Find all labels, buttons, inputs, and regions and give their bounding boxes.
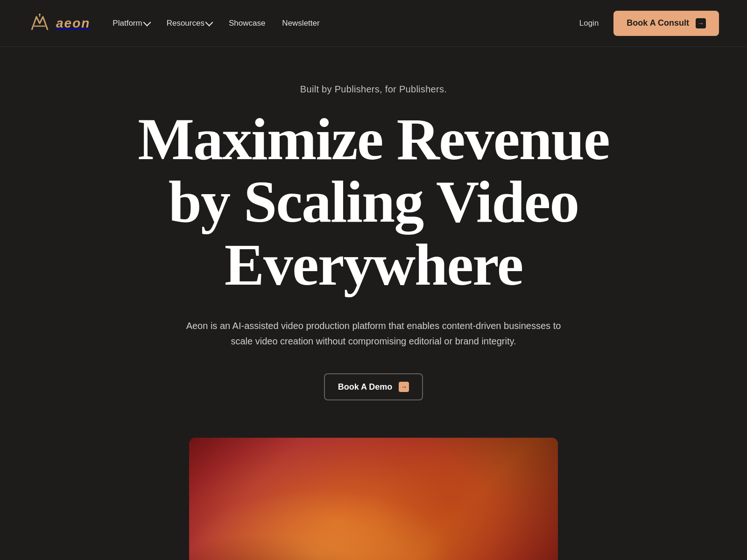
nav-platform-label: Platform (113, 19, 142, 28)
hero-title: Maximize Revenue by Scaling Video Everyw… (117, 108, 630, 296)
logo-link[interactable]: aeon (28, 13, 90, 34)
svg-point-0 (39, 14, 41, 15)
navbar: aeon Platform Resources Showcase Newslet… (0, 0, 747, 47)
nav-resources-label: Resources (167, 19, 204, 28)
logo-icon (28, 13, 51, 34)
nav-item-platform[interactable]: Platform (113, 19, 149, 28)
login-button[interactable]: Login (579, 19, 599, 28)
nav-left: aeon Platform Resources Showcase Newslet… (28, 13, 320, 34)
resources-chevron-icon (205, 19, 213, 27)
nav-showcase-label: Showcase (229, 19, 265, 28)
nav-item-showcase[interactable]: Showcase (229, 19, 265, 28)
book-demo-label: Book A Demo (338, 382, 393, 392)
nav-links: Platform Resources Showcase Newsletter (113, 19, 319, 28)
book-consult-arrow-icon (696, 18, 706, 28)
book-consult-label: Book A Consult (627, 18, 689, 28)
hero-section: Built by Publishers, for Publishers. Max… (0, 47, 747, 428)
book-consult-button[interactable]: Book A Consult (613, 11, 719, 36)
book-demo-button[interactable]: Book A Demo (324, 373, 423, 400)
hero-subtitle: Built by Publishers, for Publishers. (300, 84, 447, 95)
video-section: aeon (0, 428, 747, 560)
platform-chevron-icon (143, 19, 151, 27)
logo-text: aeon (56, 16, 90, 31)
nav-newsletter-label: Newsletter (282, 19, 319, 28)
nav-right: Login Book A Consult (579, 11, 719, 36)
video-smoky-effect (189, 438, 558, 560)
video-container[interactable]: aeon (189, 438, 558, 560)
nav-item-newsletter[interactable]: Newsletter (282, 19, 319, 28)
nav-item-resources[interactable]: Resources (167, 19, 212, 28)
book-demo-arrow-icon (399, 382, 409, 392)
hero-description: Aeon is an AI-assisted video production … (182, 318, 565, 349)
